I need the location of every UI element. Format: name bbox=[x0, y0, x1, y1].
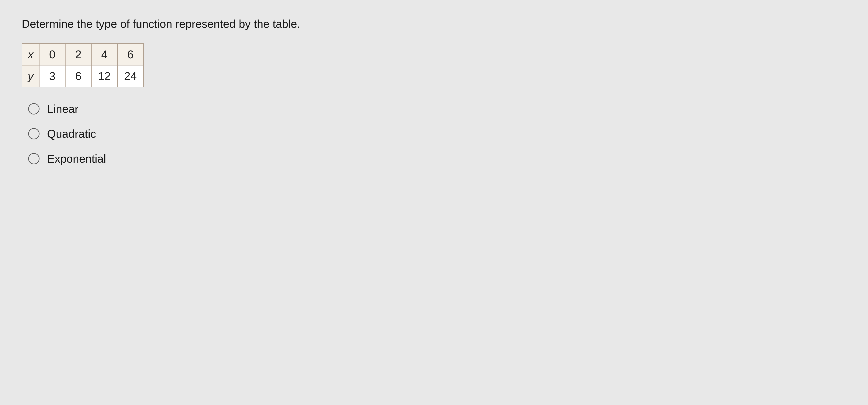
option-linear[interactable]: Linear bbox=[28, 102, 846, 115]
answer-options: Linear Quadratic Exponential bbox=[28, 102, 846, 165]
option-exponential-label: Exponential bbox=[47, 152, 106, 165]
option-exponential[interactable]: Exponential bbox=[28, 152, 846, 165]
radio-quadratic[interactable] bbox=[28, 128, 39, 139]
x-val-0: 0 bbox=[39, 43, 65, 65]
option-quadratic-label: Quadratic bbox=[47, 127, 96, 140]
x-val-4: 4 bbox=[91, 43, 117, 65]
option-quadratic[interactable]: Quadratic bbox=[28, 127, 846, 140]
y-val-3: 3 bbox=[39, 65, 65, 87]
y-header: y bbox=[22, 65, 39, 87]
question-text: Determine the type of function represent… bbox=[22, 18, 846, 30]
radio-linear[interactable] bbox=[28, 103, 39, 114]
data-table: x 0 2 4 6 y 3 6 12 24 bbox=[22, 43, 846, 87]
option-linear-label: Linear bbox=[47, 102, 79, 115]
y-val-12: 12 bbox=[91, 65, 117, 87]
table-row-x: x 0 2 4 6 bbox=[22, 43, 144, 65]
table-row-y: y 3 6 12 24 bbox=[22, 65, 144, 87]
y-val-24: 24 bbox=[117, 65, 144, 87]
radio-exponential[interactable] bbox=[28, 153, 39, 164]
x-val-6: 6 bbox=[117, 43, 144, 65]
y-val-6: 6 bbox=[65, 65, 91, 87]
x-header: x bbox=[22, 43, 39, 65]
x-val-2: 2 bbox=[65, 43, 91, 65]
